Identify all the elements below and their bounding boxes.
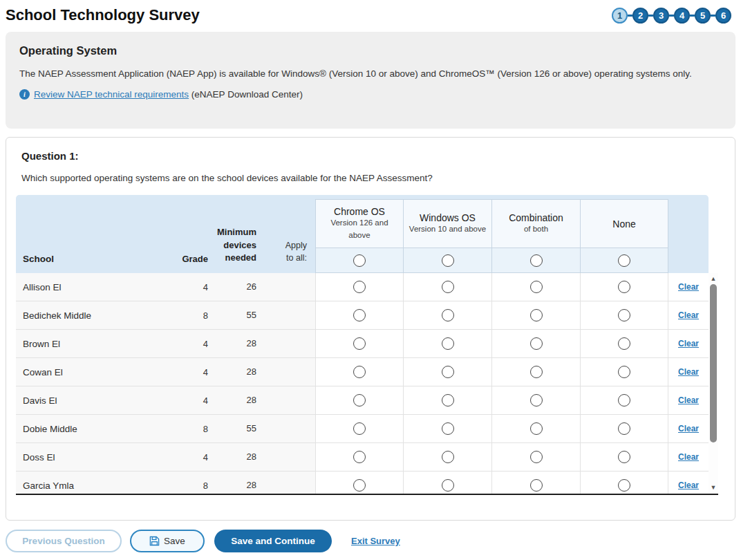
radio-windows-os[interactable] <box>442 337 454 350</box>
radio-combination[interactable] <box>530 451 543 463</box>
apply-all-cell <box>404 248 491 272</box>
radio-combination[interactable] <box>530 394 543 407</box>
save-button[interactable]: Save <box>130 530 205 552</box>
clear-row-link[interactable]: Clear <box>678 424 699 433</box>
radio-none[interactable] <box>618 394 630 407</box>
radio-none[interactable] <box>618 451 630 463</box>
save-and-continue-button[interactable]: Save and Continue <box>214 530 332 552</box>
radio-cell-chrome-os <box>315 358 404 386</box>
clear-cell: Clear <box>668 301 709 329</box>
row-left-columns: Davis El428 <box>16 386 315 414</box>
radio-none[interactable] <box>618 479 630 492</box>
os-option-header-chrome-os: Chrome OSVersion 126 and above <box>315 199 404 273</box>
radio-none[interactable] <box>618 309 630 321</box>
clear-row-link[interactable]: Clear <box>678 282 699 292</box>
table-row-allison-el: Allison El426Clear <box>16 273 709 301</box>
step-4[interactable]: 4 <box>674 8 690 24</box>
school-name: Brown El <box>16 339 167 349</box>
step-1[interactable]: 1 <box>612 8 628 24</box>
radio-none[interactable] <box>618 337 630 350</box>
clear-row-link[interactable]: Clear <box>678 452 699 462</box>
school-name: Garcia Ymla <box>16 480 167 491</box>
vertical-scrollbar[interactable]: ▲ ▼ <box>709 273 718 494</box>
radio-chrome-os[interactable] <box>353 422 366 435</box>
radio-chrome-os[interactable] <box>353 281 366 293</box>
radio-windows-os[interactable] <box>442 394 454 407</box>
apply-all-radio-combination[interactable] <box>530 254 543 267</box>
radio-windows-os[interactable] <box>442 422 454 435</box>
radio-combination[interactable] <box>530 422 543 435</box>
radio-combination[interactable] <box>530 366 543 378</box>
radio-chrome-os[interactable] <box>353 366 366 378</box>
os-option-subtitle: Version 126 and above <box>330 217 388 241</box>
clear-row-link[interactable]: Clear <box>678 310 699 320</box>
radio-windows-os[interactable] <box>442 309 454 321</box>
step-6[interactable]: 6 <box>715 8 731 24</box>
radio-windows-os[interactable] <box>442 479 454 492</box>
radio-cell-none <box>581 443 668 471</box>
row-left-columns: Garcia Ymla828 <box>16 472 315 494</box>
radio-cell-chrome-os <box>315 301 404 329</box>
devices-value: 28 <box>208 337 256 350</box>
school-name: Davis El <box>16 395 167 406</box>
step-connector <box>711 15 715 17</box>
radio-chrome-os[interactable] <box>353 451 366 463</box>
scroll-up-icon[interactable]: ▲ <box>709 274 718 283</box>
step-3[interactable]: 3 <box>653 8 669 24</box>
operating-system-panel: Operating System The NAEP Assessment App… <box>6 32 735 129</box>
step-2[interactable]: 2 <box>632 8 648 24</box>
clear-cell: Clear <box>668 443 709 471</box>
clear-row-link[interactable]: Clear <box>678 367 699 377</box>
radio-chrome-os[interactable] <box>353 394 366 407</box>
scroll-down-icon[interactable]: ▼ <box>709 483 718 492</box>
exit-survey-link[interactable]: Exit Survey <box>351 536 400 546</box>
clear-row-link[interactable]: Clear <box>678 339 699 348</box>
devices-value: 28 <box>208 366 256 378</box>
radio-windows-os[interactable] <box>442 366 454 378</box>
devices-value: 55 <box>208 422 256 435</box>
top-bar: School Technology Survey 123456 <box>0 0 741 29</box>
radio-none[interactable] <box>618 281 630 293</box>
radio-cell-none <box>581 415 668 442</box>
table-header: School Grade Minimum devices needed Appl… <box>16 195 709 273</box>
apply-all-radio-none[interactable] <box>618 254 630 267</box>
radio-cell-combination <box>492 301 581 329</box>
table-body: Allison El426ClearBedichek Middle855Clea… <box>16 273 709 494</box>
apply-all-radio-windows-os[interactable] <box>442 254 454 267</box>
table-row-davis-el: Davis El428Clear <box>16 386 709 415</box>
radio-combination[interactable] <box>530 309 543 321</box>
step-connector <box>628 15 632 17</box>
radio-none[interactable] <box>618 422 630 435</box>
clear-row-link[interactable]: Clear <box>678 480 699 490</box>
row-left-columns: Doss El428 <box>16 443 315 471</box>
row-left-columns: Dobie Middle855 <box>16 415 315 442</box>
column-header-devices: Minimum devices needed <box>208 226 256 264</box>
radio-none[interactable] <box>618 366 630 378</box>
step-indicator: 123456 <box>612 8 731 24</box>
radio-chrome-os[interactable] <box>353 337 366 350</box>
school-name: Dobie Middle <box>16 424 167 434</box>
radio-chrome-os[interactable] <box>353 309 366 321</box>
radio-combination[interactable] <box>530 337 543 350</box>
apply-all-radio-chrome-os[interactable] <box>353 254 366 267</box>
radio-windows-os[interactable] <box>442 451 454 463</box>
tech-requirements-link[interactable]: Review NAEP technical requirements <box>34 89 189 100</box>
previous-question-button[interactable]: Previous Question <box>6 530 122 552</box>
radio-chrome-os[interactable] <box>353 479 366 492</box>
header-left-columns: School Grade Minimum devices needed Appl… <box>16 195 315 273</box>
grade-value: 4 <box>167 339 208 349</box>
clear-cell: Clear <box>668 386 709 414</box>
radio-windows-os[interactable] <box>442 281 454 293</box>
os-option-header-none: None <box>581 199 668 273</box>
radio-combination[interactable] <box>530 479 543 492</box>
radio-cell-windows-os <box>404 301 492 329</box>
scrollbar-thumb[interactable] <box>710 284 717 442</box>
step-5[interactable]: 5 <box>695 8 711 24</box>
clear-row-link[interactable]: Clear <box>678 395 699 405</box>
school-name: Allison El <box>16 282 167 292</box>
question-card: Question 1: Which supported operating sy… <box>6 137 735 521</box>
radio-cell-windows-os <box>404 472 492 494</box>
radio-combination[interactable] <box>530 281 543 293</box>
table-row-garcia-ymla: Garcia Ymla828Clear <box>16 472 709 494</box>
radio-cell-windows-os <box>404 386 492 414</box>
